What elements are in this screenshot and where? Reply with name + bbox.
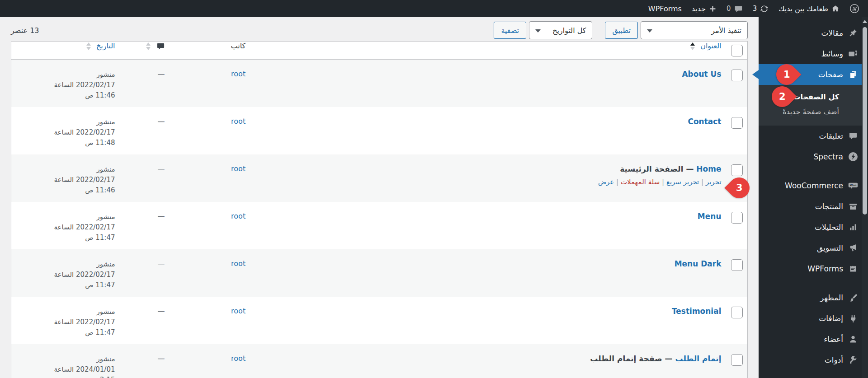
- page-title-link[interactable]: Home: [696, 164, 721, 173]
- page-state: — صفحة إتمام الطلب: [590, 354, 675, 363]
- sidebar-item-label: مقالات: [821, 28, 843, 37]
- sidebar-item-analytics[interactable]: التحليلات: [759, 217, 868, 238]
- spectra-icon: [848, 152, 858, 162]
- author-link[interactable]: root: [231, 212, 245, 220]
- site-name-menu[interactable]: طعامك بين يديك: [774, 0, 844, 17]
- author-link[interactable]: root: [231, 70, 245, 78]
- row-checkbox[interactable]: [731, 70, 743, 81]
- author-link[interactable]: root: [231, 117, 245, 126]
- table-row: Contact root — منشور2022/02/17 الساعة11:…: [11, 107, 748, 154]
- scrollbar-thumb[interactable]: [863, 27, 867, 215]
- new-content-menu[interactable]: جديد: [687, 0, 722, 17]
- column-header-author: كاتب: [170, 42, 250, 60]
- sidebar-item-users[interactable]: أعضاء: [759, 329, 868, 350]
- comments-menu[interactable]: 0: [722, 0, 748, 17]
- wpforms-icon: [848, 264, 858, 274]
- sidebar-item-label: تعليقات: [819, 131, 843, 140]
- row-checkbox[interactable]: [731, 307, 743, 318]
- page-title-link[interactable]: Testimonial: [672, 307, 722, 316]
- sort-arrows: [86, 42, 91, 50]
- select-all-checkbox[interactable]: [731, 45, 743, 56]
- plus-icon: [709, 5, 717, 13]
- page-title-link[interactable]: Contact: [688, 117, 721, 126]
- pages-list-content: تنفيذ الأمر تطبيق كل التواريخ تصفية 13 ع…: [0, 17, 759, 378]
- sidebar-item-plugins[interactable]: إضافات: [759, 308, 868, 329]
- column-header-comments[interactable]: [120, 42, 170, 60]
- wordpress-menu[interactable]: [844, 0, 864, 17]
- products-icon: [848, 201, 858, 211]
- users-icon: [848, 334, 858, 344]
- updates-menu[interactable]: 3: [748, 0, 774, 17]
- row-checkbox[interactable]: [731, 212, 743, 224]
- row-checkbox[interactable]: [731, 164, 743, 176]
- comments-icon: [156, 42, 165, 51]
- row-checkbox[interactable]: [731, 354, 743, 366]
- page-title-link[interactable]: About Us: [682, 70, 721, 79]
- row-checkbox[interactable]: [731, 117, 743, 129]
- comments-count: 0: [726, 5, 731, 13]
- trash-link[interactable]: سلة المهملات: [621, 178, 660, 186]
- author-link[interactable]: root: [231, 164, 245, 173]
- apply-button[interactable]: تطبيق: [605, 22, 638, 39]
- sidebar-item-appearance[interactable]: المظهر: [759, 287, 868, 308]
- page-title-link[interactable]: إتمام الطلب: [675, 354, 721, 363]
- table-header-row: العنوان كاتب التاريخ: [11, 42, 748, 60]
- scrollbar-up-arrow[interactable]: [863, 20, 867, 23]
- pages-icon: [848, 70, 858, 79]
- comments-count-cell: —: [158, 212, 165, 220]
- page-title-link[interactable]: Menu Dark: [675, 259, 722, 268]
- admin-top-bar: طعامك بين يديك 3 0 جديد WPForms: [0, 0, 868, 17]
- wpforms-adminbar-menu[interactable]: WPForms: [643, 0, 687, 17]
- sidebar-item-posts[interactable]: مقالات: [759, 23, 868, 43]
- date-cell: منشور2022/02/17 الساعة11:46 ص: [11, 154, 120, 202]
- sidebar-item-label: صفحات: [818, 70, 843, 79]
- site-name: طعامك بين يديك: [778, 5, 828, 13]
- edit-link[interactable]: تحرير: [706, 178, 722, 186]
- sidebar-item-media[interactable]: وسائط: [759, 43, 868, 64]
- chevron-down-icon: [535, 29, 541, 33]
- bulk-actions-select[interactable]: تنفيذ الأمر: [641, 21, 748, 39]
- date-cell: منشور2022/02/17 الساعة11:48 ص: [11, 107, 120, 154]
- comments-count-cell: —: [158, 164, 165, 173]
- quick-edit-link[interactable]: تحرير سريع: [666, 178, 699, 186]
- new-label: جديد: [692, 5, 706, 13]
- dates-filter-select[interactable]: كل التواريخ: [529, 21, 592, 39]
- sidebar-subitem-add-new-page[interactable]: أضف صفحةً جديدةً: [759, 104, 868, 119]
- author-link[interactable]: root: [231, 307, 245, 315]
- analytics-icon: [848, 222, 858, 232]
- sidebar-item-label: WooCommerce: [785, 181, 843, 190]
- tools-icon: [848, 355, 858, 365]
- row-checkbox[interactable]: [731, 259, 743, 271]
- filter-button[interactable]: تصفية: [494, 22, 526, 39]
- author-link[interactable]: root: [231, 354, 245, 363]
- sidebar-item-label: وسائط: [821, 49, 843, 58]
- woocommerce-icon: Woo: [848, 181, 858, 191]
- sidebar-item-label: WPForms: [807, 264, 843, 273]
- sidebar-item-products[interactable]: المنتجات: [759, 196, 868, 217]
- sidebar-item-label: أعضاء: [824, 335, 843, 344]
- author-link[interactable]: root: [231, 259, 245, 268]
- sidebar-item-pages[interactable]: صفحات: [759, 64, 868, 85]
- sidebar-item-comments[interactable]: تعليقات: [759, 126, 868, 146]
- date-cell: منشور2024/01/01 الساعة3:15: [11, 344, 120, 378]
- sidebar-item-wpforms[interactable]: WPForms: [759, 258, 868, 279]
- browser-scrollbar[interactable]: [862, 17, 868, 378]
- view-link[interactable]: عرض: [598, 178, 614, 186]
- sidebar-item-woocommerce[interactable]: Woo WooCommerce: [759, 175, 868, 196]
- bulk-actions-value: تنفيذ الأمر: [711, 26, 741, 35]
- table-row: Menu root — منشور2022/02/17 الساعة11:47 …: [11, 202, 748, 249]
- wordpress-logo-icon: [849, 4, 859, 14]
- table-row: Testimonial root — منشور2022/02/17 الساع…: [11, 297, 748, 344]
- sidebar-item-spectra[interactable]: Spectra: [759, 146, 868, 167]
- sidebar-item-tools[interactable]: أدوات: [759, 350, 868, 370]
- sidebar-item-label: Spectra: [814, 152, 843, 161]
- comments-bubble-icon: [734, 5, 743, 13]
- chevron-down-icon: [647, 29, 652, 33]
- sidebar-item-marketing[interactable]: التسويق: [759, 238, 868, 258]
- column-header-date[interactable]: التاريخ: [11, 42, 120, 60]
- sidebar-item-label: المنتجات: [815, 202, 843, 211]
- comments-count-cell: —: [158, 259, 165, 268]
- page-title-link[interactable]: Menu: [698, 212, 722, 221]
- column-header-title[interactable]: العنوان: [250, 42, 726, 60]
- sort-arrows: [690, 42, 695, 50]
